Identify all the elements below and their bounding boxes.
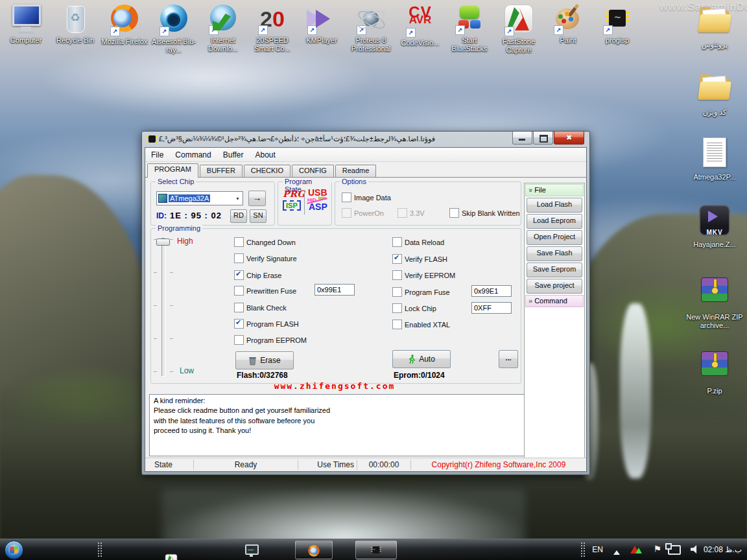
programming-group: Programming High Low Changed Down Verify… — [150, 228, 521, 384]
taskbar-display-icon[interactable] — [245, 544, 259, 555]
tray-grip[interactable] — [580, 542, 585, 557]
load-flash-button[interactable]: Load Flash — [527, 198, 582, 213]
menu-file[interactable]: File — [145, 149, 169, 161]
menu-command[interactable]: Command — [169, 149, 217, 161]
desktop-icon-folder-proteus[interactable]: پروتئوس — [685, 5, 744, 49]
desktop-icon-bluestacks[interactable]: ↗ Start BlueStacks — [445, 3, 494, 54]
checkbox-program-fuse[interactable]: Program Fuse — [392, 287, 450, 297]
speed-slider-thumb[interactable] — [156, 239, 170, 246]
desktop-icon-recycle-bin[interactable]: Recycle Bin — [51, 3, 100, 54]
tab-readme[interactable]: Readme — [335, 165, 377, 177]
save-project-button[interactable]: Save project — [527, 279, 582, 294]
lock-chip-field[interactable] — [471, 302, 512, 314]
slider-low-label: Low — [180, 366, 194, 375]
maximize-button[interactable] — [533, 132, 553, 145]
checkbox-changed-down[interactable]: Changed Down — [234, 237, 296, 247]
checkbox-box — [392, 303, 402, 313]
desktop-icon-firefox[interactable]: ↗ Mozilla Firefox — [100, 3, 149, 54]
shortcut-arrow-icon: ↗ — [455, 25, 465, 35]
network-icon[interactable] — [668, 545, 681, 555]
auto-button[interactable]: Auto — [392, 350, 451, 368]
tray-app-icon[interactable] — [630, 546, 642, 554]
checkbox-chip-erase[interactable]: Chip Erase — [234, 270, 281, 280]
prewritten-fuse-field[interactable] — [314, 284, 355, 296]
checkbox-blank-check[interactable]: Blank Check — [234, 303, 287, 312]
checkbox-lock-chip[interactable]: Lock Chip — [392, 303, 436, 313]
read-id-button[interactable]: RD — [230, 209, 247, 223]
speaker-icon[interactable] — [691, 545, 699, 554]
chip-small-icon — [158, 194, 167, 203]
desktop-icon-codevision[interactable]: CV AVR ↗ CodeVisio... — [396, 3, 445, 54]
desktop-icon-pzip[interactable]: P.zip — [685, 347, 744, 395]
chevron-expand-icon: » — [525, 188, 536, 192]
taskbar-faststone-icon[interactable] — [156, 544, 187, 560]
checkbox-box — [342, 192, 351, 202]
menu-about[interactable]: About — [250, 149, 281, 161]
close-button[interactable] — [554, 132, 584, 145]
windows-flag-icon — [10, 546, 18, 554]
language-indicator[interactable]: EN — [592, 545, 603, 554]
menu-buffer[interactable]: Buffer — [217, 149, 250, 161]
command-section-header[interactable]: »Command — [525, 295, 584, 307]
chip-select-combo[interactable]: ATmega32A ▼ — [156, 191, 243, 205]
more-options-button[interactable]: ... — [499, 350, 518, 368]
checkbox-skip-blank-written[interactable]: Skip Blank Written — [449, 208, 520, 218]
progisp-window: £,³جنِ÷ ؛ذأنطنِ÷£¬ضا.هي¾²«جل¹©¾¼¾¼نض§³ضà… — [141, 131, 590, 475]
chip-select-value: ATmega32A — [169, 194, 210, 202]
desktop-icon-kmplayer[interactable]: ↗ KMPlayer — [297, 3, 346, 54]
serial-number-button[interactable]: SN — [250, 209, 267, 223]
show-hidden-icons-arrow[interactable] — [613, 547, 620, 555]
program-fuse-field[interactable] — [471, 285, 512, 297]
clock[interactable]: ب.ظ 02:08 — [704, 545, 742, 554]
tab-config[interactable]: CONFIG — [292, 165, 334, 177]
tab-strip: PROGRAM BUFFER CHECKIO CONFIG Readme — [145, 162, 586, 177]
title-bar[interactable]: £,³جنِ÷ ؛ذأنطنِ÷£¬ضا.هي¾²«جل¹©¾¼¾¼نض§³ضà… — [142, 132, 589, 147]
website-link[interactable]: www.zhifengsoft.com — [145, 381, 524, 391]
open-project-button[interactable]: Open Project — [527, 230, 582, 245]
folder-icon — [698, 5, 731, 39]
desktop-icon-progisp[interactable]: ↗ progisp — [593, 3, 642, 54]
checkbox-data-reload[interactable]: Data Reload — [392, 237, 444, 247]
checkbox-verify-eeprom[interactable]: Verify EEPROM — [392, 270, 455, 280]
checkbox-verify-signature[interactable]: Verify Signature — [234, 253, 297, 263]
action-center-flag-icon[interactable]: ⚑ — [653, 544, 661, 554]
desktop-icon-faststone[interactable]: ↗ FastStone Capture — [494, 3, 543, 54]
desktop-icon-aiseesoft[interactable]: ↗ Aiseesoft Blu-ray... — [149, 3, 198, 54]
reminder-textbox[interactable]: A kind reminder: Please click readme but… — [149, 394, 528, 456]
minimize-button[interactable] — [512, 132, 532, 145]
save-flash-button[interactable]: Save Flash — [527, 246, 582, 261]
desktop-icon-folder-codevision[interactable]: کد ویژن — [685, 73, 744, 117]
checkbox-image-data[interactable]: Image Data — [342, 192, 391, 202]
chevron-down-icon[interactable]: ▼ — [233, 196, 243, 201]
desktop-icon-winrar-archive[interactable]: New WinRAR ZIP archive... — [685, 274, 744, 329]
speed-slider[interactable] — [161, 238, 165, 377]
desktop-icon-mkv-file[interactable]: MKV Hayajane.Z... — [685, 204, 744, 249]
checkbox-enabled-xtal[interactable]: Enabled XTAL — [392, 320, 450, 329]
start-button[interactable] — [5, 541, 23, 559]
taskbar-progisp-button[interactable] — [355, 541, 397, 559]
checkbox-prewritten-fuse[interactable]: Prewritten Fuse — [234, 286, 296, 296]
taskbar-firefox-button[interactable] — [295, 541, 333, 559]
desktop-icon-proteus[interactable]: ↗ Proteus 8 Professional — [346, 3, 396, 54]
chip-go-button[interactable]: → — [248, 191, 266, 206]
checkbox-program-flash[interactable]: Program FLASH — [234, 319, 299, 329]
tab-checkio[interactable]: CHECKIO — [244, 165, 290, 177]
tab-buffer[interactable]: BUFFER — [200, 165, 243, 177]
checkbox-verify-flash[interactable]: Verify FLASH — [392, 254, 447, 264]
desktop-icon-idm[interactable]: ↗ Internet Downlo... — [198, 3, 248, 54]
erase-button[interactable]: Erase — [235, 351, 294, 369]
checkbox-program-eeprom[interactable]: Program EEPROM — [234, 335, 307, 345]
winrar-archive-icon — [701, 277, 728, 302]
load-eeprom-button[interactable]: Load Eeprom — [527, 214, 582, 229]
mkv-video-icon: MKV — [699, 205, 730, 236]
save-eeprom-button[interactable]: Save Eeprom — [527, 262, 582, 277]
desktop-icon-computer[interactable]: Computer — [1, 3, 51, 54]
desktop-icon-paint[interactable]: ↗ Paint — [543, 3, 593, 54]
desktop: www.SarzaminDo Computer Recycle Bin ↗ Mo… — [0, 0, 747, 560]
file-section-header[interactable]: »File — [525, 184, 584, 196]
tab-program[interactable]: PROGRAM — [147, 163, 198, 178]
computer-icon — [10, 3, 42, 34]
desktop-icon-20speed[interactable]: 20↗ 20SPEED Smart Co... — [248, 3, 297, 54]
desktop-icon-atmega-doc[interactable]: Atmega32P... — [685, 136, 744, 181]
taskbar-grip[interactable] — [97, 542, 102, 557]
